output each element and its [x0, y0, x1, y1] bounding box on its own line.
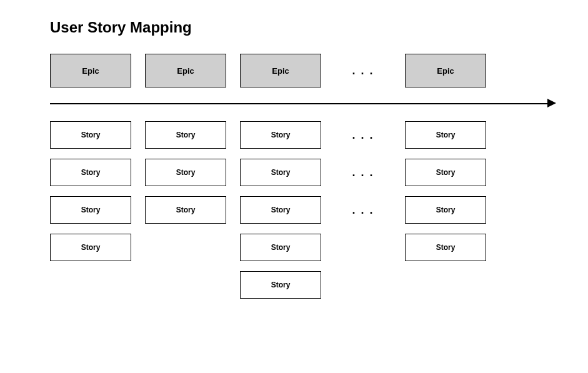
diagram-title: User Story Mapping [50, 19, 557, 36]
story-box: Story [50, 159, 131, 186]
arrow-line-icon [50, 103, 550, 104]
epic-box: Epic [145, 54, 226, 87]
story-box: Story [405, 121, 486, 149]
story-box: Story [405, 234, 486, 261]
epic-row: Epic Epic Epic . . . Epic [50, 54, 557, 87]
story-row: Story [50, 271, 557, 299]
story-row: Story Story Story [50, 234, 557, 261]
story-box: Story [405, 196, 486, 224]
empty-slot [50, 271, 131, 299]
ellipsis-icon: . . . [335, 129, 391, 142]
story-box: Story [240, 271, 321, 299]
story-box: Story [50, 196, 131, 224]
story-box: Story [240, 234, 321, 261]
story-box: Story [405, 159, 486, 186]
story-box: Story [50, 121, 131, 149]
story-box: Story [240, 196, 321, 224]
story-box: Story [145, 196, 226, 224]
ellipsis-icon: . . . [335, 166, 391, 179]
story-box: Story [50, 234, 131, 261]
epic-box: Epic [50, 54, 131, 87]
story-box: Story [240, 159, 321, 186]
epic-box: Epic [240, 54, 321, 87]
story-row: Story Story Story . . . Story [50, 196, 557, 224]
empty-slot [145, 234, 226, 261]
story-row: Story Story Story . . . Story [50, 121, 557, 149]
empty-slot [145, 271, 226, 299]
story-box: Story [240, 121, 321, 149]
ellipsis-icon: . . . [335, 64, 391, 77]
empty-slot [405, 271, 486, 299]
story-box: Story [145, 121, 226, 149]
story-box: Story [145, 159, 226, 186]
story-row: Story Story Story . . . Story [50, 159, 557, 186]
arrow-head-icon [547, 99, 556, 107]
timeline-arrow [50, 96, 556, 111]
ellipsis-icon: . . . [335, 204, 391, 217]
stories-section: Story Story Story . . . Story Story Stor… [50, 121, 557, 304]
epic-box: Epic [405, 54, 486, 87]
